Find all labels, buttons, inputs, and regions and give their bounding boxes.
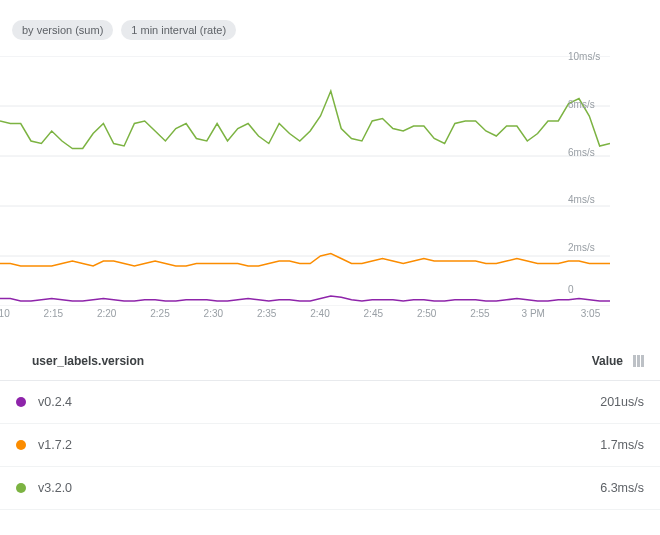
filter-bar: by version (sum) 1 min interval (rate) (0, 0, 660, 50)
x-axis: 2:102:152:202:252:302:352:402:452:502:55… (0, 308, 610, 326)
series-line (0, 254, 610, 267)
x-tick: 2:40 (310, 308, 329, 326)
series-line (0, 91, 610, 149)
x-tick: 2:45 (364, 308, 383, 326)
legend-table: user_labels.version Value v0.2.4201us/sv… (0, 342, 660, 510)
series-color-dot (16, 440, 26, 450)
aggregation-chip[interactable]: by version (sum) (12, 20, 113, 40)
columns-icon[interactable] (633, 355, 644, 367)
x-tick: 2:10 (0, 308, 10, 326)
legend-row[interactable]: v0.2.4201us/s (0, 381, 660, 424)
y-tick: 2ms/s (568, 242, 610, 253)
series-color-dot (16, 397, 26, 407)
y-tick: 10ms/s (568, 51, 610, 62)
x-tick: 2:20 (97, 308, 116, 326)
legend-row[interactable]: v3.2.06.3ms/s (0, 467, 660, 510)
x-tick: 2:35 (257, 308, 276, 326)
chart-area[interactable]: 10ms/s8ms/s6ms/s4ms/s2ms/s0 2:102:152:20… (0, 56, 610, 326)
plot-svg (0, 56, 610, 306)
legend-value-header: Value (592, 354, 623, 368)
series-value: 1.7ms/s (600, 438, 644, 452)
legend-row[interactable]: v1.7.21.7ms/s (0, 424, 660, 467)
series-color-dot (16, 483, 26, 493)
interval-chip[interactable]: 1 min interval (rate) (121, 20, 236, 40)
x-tick: 3:05 (581, 308, 600, 326)
series-value: 6.3ms/s (600, 481, 644, 495)
series-line (0, 296, 610, 301)
x-tick: 2:25 (150, 308, 169, 326)
legend-header: user_labels.version Value (0, 342, 660, 381)
series-name: v0.2.4 (38, 395, 600, 409)
y-tick: 0 (568, 284, 610, 295)
series-name: v3.2.0 (38, 481, 600, 495)
legend-header-label: user_labels.version (32, 354, 144, 368)
x-tick: 2:15 (44, 308, 63, 326)
x-tick: 2:30 (204, 308, 223, 326)
y-tick: 4ms/s (568, 194, 610, 205)
x-tick: 2:50 (417, 308, 436, 326)
y-tick: 6ms/s (568, 146, 610, 157)
series-name: v1.7.2 (38, 438, 600, 452)
x-tick: 3 PM (522, 308, 545, 326)
chart-container: 10ms/s8ms/s6ms/s4ms/s2ms/s0 2:102:152:20… (0, 56, 660, 326)
x-tick: 2:55 (470, 308, 489, 326)
y-tick: 8ms/s (568, 98, 610, 109)
series-value: 201us/s (600, 395, 644, 409)
y-axis: 10ms/s8ms/s6ms/s4ms/s2ms/s0 (562, 56, 610, 306)
